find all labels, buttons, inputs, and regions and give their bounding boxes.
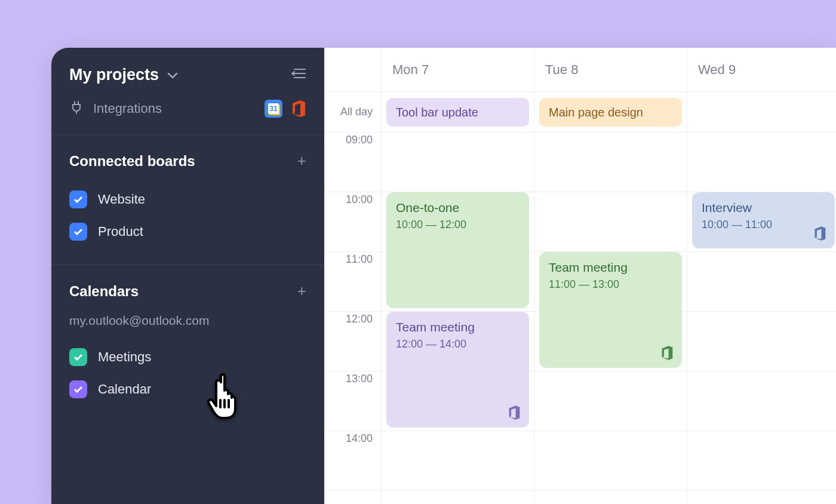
time-grid[interactable]: One-to-one10:00 — 12:00Team meeting12:00… bbox=[382, 133, 534, 491]
time-label: 14:00 bbox=[324, 431, 381, 491]
time-column: All day 09:0010:0011:0012:0013:0014:00 bbox=[324, 48, 382, 504]
event-time: 11:00 — 13:00 bbox=[549, 278, 672, 291]
checkbox-icon[interactable] bbox=[69, 190, 87, 208]
board-label: Website bbox=[98, 192, 145, 207]
plug-icon bbox=[69, 100, 84, 118]
sidebar: My projects Integrations bbox=[51, 48, 324, 504]
integrations-label: Integrations bbox=[93, 101, 162, 116]
calendar-view: All day 09:0010:0011:0012:0013:0014:00 M… bbox=[324, 48, 836, 504]
office-icon bbox=[660, 345, 674, 361]
calendars-section: Calendars + my.outlook@outlook.com Meeti… bbox=[51, 265, 324, 441]
chevron-down-icon bbox=[167, 67, 178, 83]
sidebar-title: My projects bbox=[69, 66, 159, 84]
allday-row: Main page design bbox=[534, 92, 687, 133]
allday-row: Tool bar update bbox=[382, 92, 534, 133]
board-item-product[interactable]: Product bbox=[69, 216, 306, 248]
checkbox-icon[interactable] bbox=[69, 223, 87, 241]
calendars-title: Calendars bbox=[69, 283, 139, 300]
board-label: Product bbox=[98, 224, 143, 239]
office-icon bbox=[813, 226, 826, 241]
day-header: Mon 7 bbox=[382, 48, 534, 92]
project-selector[interactable]: My projects bbox=[69, 66, 178, 84]
allday-event[interactable]: Main page design bbox=[539, 98, 682, 127]
day-column: Mon 7Tool bar updateOne-to-one10:00 — 12… bbox=[382, 48, 534, 504]
connected-boards-title: Connected boards bbox=[69, 153, 195, 170]
time-grid[interactable]: Interview10:00 — 11:00 bbox=[687, 133, 836, 491]
event-title: One-to-one bbox=[396, 201, 520, 215]
google-calendar-icon[interactable] bbox=[265, 100, 282, 118]
day-column: Wed 9Interview10:00 — 11:00 bbox=[687, 48, 836, 504]
sidebar-header: My projects bbox=[51, 48, 324, 94]
calendar-item-meetings[interactable]: Meetings bbox=[69, 341, 306, 373]
event-time: 10:00 — 11:00 bbox=[702, 219, 825, 231]
add-board-button[interactable]: + bbox=[297, 152, 306, 170]
allday-event[interactable]: Tool bar update bbox=[386, 98, 529, 127]
add-calendar-button[interactable]: + bbox=[297, 282, 306, 300]
allday-label: All day bbox=[324, 92, 381, 133]
event-title: Team meeting bbox=[396, 320, 520, 334]
time-label: 13:00 bbox=[324, 371, 381, 431]
time-grid[interactable]: Team meeting11:00 — 13:00 bbox=[534, 133, 687, 491]
time-label: 11:00 bbox=[324, 252, 381, 312]
calendar-label: Meetings bbox=[98, 349, 151, 365]
integrations-row[interactable]: Integrations bbox=[51, 94, 324, 135]
event-time: 12:00 — 14:00 bbox=[396, 338, 520, 351]
checkbox-icon[interactable] bbox=[69, 380, 87, 398]
days-grid: Mon 7Tool bar updateOne-to-one10:00 — 12… bbox=[382, 48, 836, 504]
office-icon[interactable] bbox=[291, 100, 306, 118]
day-header: Tue 8 bbox=[534, 48, 687, 92]
calendar-event[interactable]: Team meeting12:00 — 14:00 bbox=[386, 312, 529, 428]
connected-boards-section: Connected boards + Website Product bbox=[51, 135, 324, 265]
event-title: Team meeting bbox=[549, 260, 672, 275]
office-icon bbox=[508, 405, 521, 420]
calendar-label: Calendar bbox=[98, 382, 151, 397]
day-column: Tue 8Main page designTeam meeting11:00 —… bbox=[534, 48, 687, 504]
calendar-event[interactable]: Interview10:00 — 11:00 bbox=[692, 192, 835, 248]
day-header: Wed 9 bbox=[687, 48, 836, 92]
time-label: 12:00 bbox=[324, 312, 381, 371]
calendar-event[interactable]: One-to-one10:00 — 12:00 bbox=[386, 192, 529, 308]
board-item-website[interactable]: Website bbox=[69, 183, 306, 216]
calendar-item-calendar[interactable]: Calendar bbox=[69, 373, 306, 405]
app-window: My projects Integrations bbox=[51, 48, 836, 504]
collapse-sidebar-icon[interactable] bbox=[291, 67, 306, 84]
calendar-account-email: my.outlook@outlook.com bbox=[69, 314, 306, 328]
event-title: Interview bbox=[702, 201, 825, 215]
event-time: 10:00 — 12:00 bbox=[396, 219, 520, 231]
allday-row bbox=[687, 92, 836, 133]
calendar-event[interactable]: Team meeting11:00 — 13:00 bbox=[539, 252, 682, 368]
checkbox-icon[interactable] bbox=[69, 348, 87, 366]
time-label: 09:00 bbox=[324, 133, 381, 192]
time-label: 10:00 bbox=[324, 192, 381, 252]
